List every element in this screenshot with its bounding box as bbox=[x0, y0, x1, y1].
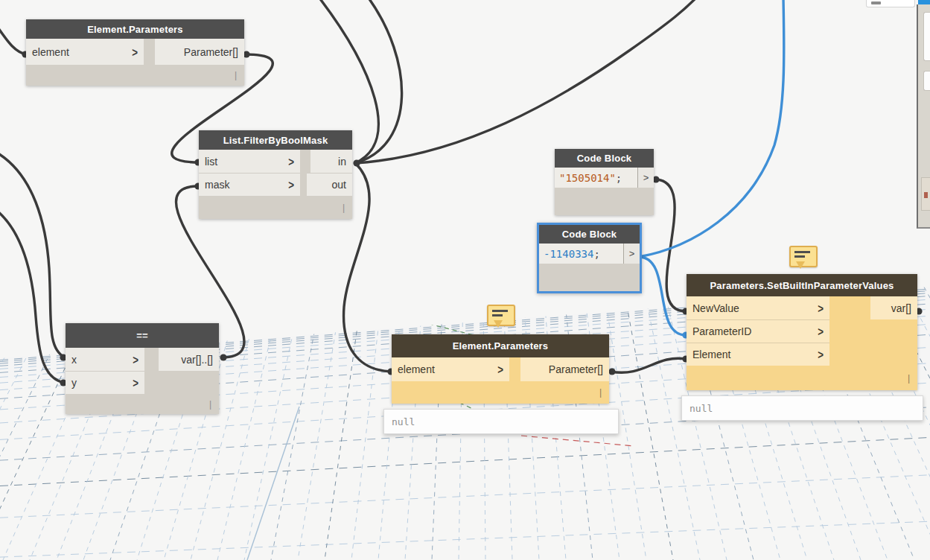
node-footer: | bbox=[687, 366, 917, 390]
node-code-block-string[interactable]: Code Block "1505014"; > bbox=[555, 149, 654, 215]
node-footer: | bbox=[199, 196, 352, 219]
wire-into-element-top[interactable] bbox=[0, 10, 27, 54]
node-title[interactable]: Element.Parameters bbox=[26, 19, 244, 39]
port-nub[interactable] bbox=[220, 354, 226, 360]
input-port-element[interactable]: element > bbox=[26, 39, 144, 65]
preview-bubble-set-parameters[interactable]: null bbox=[681, 395, 923, 421]
chevron-right-icon: > bbox=[133, 375, 138, 389]
node-note-icon[interactable] bbox=[487, 305, 515, 326]
preview-toggle[interactable]: | bbox=[235, 70, 237, 80]
toolbar-fragment bbox=[866, 0, 915, 7]
code-block-editor[interactable]: "1505014"; bbox=[555, 168, 637, 188]
output-port-in[interactable]: in bbox=[310, 150, 352, 173]
node-title[interactable]: Parameters.SetBuiltInParameterValues bbox=[687, 274, 917, 296]
dynamo-canvas[interactable]: Element.Parameters element > Parameter[]… bbox=[0, 0, 930, 560]
output-port-code[interactable]: > bbox=[637, 168, 654, 188]
node-code-block-number-selected[interactable]: Code Block -1140334; > bbox=[537, 223, 642, 293]
code-block-editor[interactable]: -1140334; bbox=[539, 244, 623, 264]
preview-toggle[interactable]: | bbox=[908, 373, 910, 384]
input-port-element[interactable]: Element > bbox=[687, 343, 829, 366]
panel-thumbnail bbox=[921, 177, 930, 211]
wire-parameters-to-element-input[interactable] bbox=[611, 358, 686, 372]
node-footer: | bbox=[392, 381, 609, 404]
node-element-parameters-top[interactable]: Element.Parameters element > Parameter[]… bbox=[26, 19, 244, 86]
wire-into-x[interactable] bbox=[0, 153, 65, 357]
chevron-right-icon: > bbox=[818, 324, 824, 338]
port-nub[interactable] bbox=[608, 368, 615, 375]
wire-in-to-offscreen-b[interactable] bbox=[355, 0, 402, 163]
chevron-right-icon: > bbox=[133, 352, 138, 366]
chevron-right-icon: > bbox=[132, 45, 138, 59]
node-list-filter-by-bool-mask[interactable]: List.FilterByBoolMask list > in mask > bbox=[199, 130, 352, 219]
input-port-newvalue[interactable]: NewValue > bbox=[687, 296, 829, 319]
node-note-icon[interactable] bbox=[789, 246, 818, 267]
output-port-var[interactable]: var[] bbox=[870, 296, 917, 319]
chevron-right-icon: > bbox=[497, 362, 503, 376]
chevron-right-icon: > bbox=[818, 301, 824, 315]
thumbnail-mark bbox=[924, 192, 928, 198]
input-port-list[interactable]: list > bbox=[199, 150, 300, 173]
output-port-out[interactable]: out bbox=[307, 173, 352, 196]
output-port-parameters[interactable]: Parameter[] bbox=[520, 357, 609, 381]
node-footer: | bbox=[66, 394, 219, 414]
node-footer bbox=[555, 188, 654, 215]
port-nub[interactable] bbox=[353, 159, 360, 166]
output-port-var[interactable]: var[]..[] bbox=[159, 348, 219, 371]
node-footer bbox=[539, 264, 640, 291]
wire-selected-codeblock-to-offscreen[interactable] bbox=[639, 0, 784, 257]
input-port-mask[interactable]: mask > bbox=[199, 173, 300, 196]
wire-in-to-offscreen-swoop[interactable] bbox=[355, 0, 695, 163]
node-title[interactable]: Code Block bbox=[539, 225, 640, 244]
node-element-parameters-bottom[interactable]: Element.Parameters element > Parameter[]… bbox=[392, 334, 609, 404]
output-port-parameters[interactable]: Parameter[] bbox=[155, 39, 244, 65]
chevron-right-icon: > bbox=[288, 154, 294, 168]
node-equals[interactable]: == x > var[]..[] y > | bbox=[66, 323, 219, 414]
toolbar-icon bbox=[871, 1, 881, 4]
input-port-parameterid[interactable]: ParameterID > bbox=[687, 319, 829, 343]
preview-toggle[interactable]: | bbox=[209, 399, 211, 410]
output-port-code[interactable]: > bbox=[623, 244, 640, 264]
node-title[interactable]: List.FilterByBoolMask bbox=[199, 130, 352, 150]
panel-field[interactable] bbox=[923, 71, 930, 91]
wire-into-y[interactable] bbox=[0, 211, 65, 383]
node-set-builtin-parameter-values[interactable]: Parameters.SetBuiltInParameterValues New… bbox=[687, 274, 917, 390]
input-port-y[interactable]: y > bbox=[66, 371, 144, 394]
node-title[interactable]: Element.Parameters bbox=[392, 334, 609, 357]
node-footer: | bbox=[26, 65, 244, 86]
preview-bubble-element-parameters[interactable]: null bbox=[383, 409, 619, 434]
preview-toggle[interactable]: | bbox=[599, 387, 602, 398]
input-port-x[interactable]: x > bbox=[66, 348, 144, 371]
chevron-right-icon: > bbox=[288, 177, 294, 191]
chevron-right-icon: > bbox=[818, 347, 824, 361]
input-port-element[interactable]: element > bbox=[392, 357, 509, 381]
preview-toggle[interactable]: | bbox=[343, 203, 345, 213]
node-title[interactable]: Code Block bbox=[555, 149, 654, 168]
wire-selected-codeblock-to-parameterid[interactable] bbox=[639, 257, 686, 335]
wire-codeblock-to-newvalue[interactable] bbox=[654, 179, 686, 311]
node-title[interactable]: == bbox=[66, 323, 219, 348]
partial-node-panel[interactable] bbox=[917, 4, 930, 229]
panel-field[interactable] bbox=[923, 12, 930, 61]
